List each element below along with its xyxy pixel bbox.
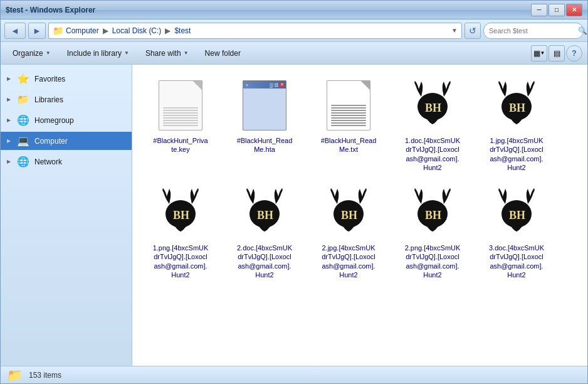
window-title: $test - Windows Explorer [6, 6, 531, 14]
path-stest[interactable]: $test [174, 26, 191, 35]
file-name-3: 1.doc.[4bxcSmUK drTvlJgQ].[Loxocl ash@gm… [405, 136, 460, 172]
refresh-button[interactable]: ↺ [465, 23, 481, 39]
file-icon-2 [320, 77, 377, 134]
details-icon: ▤ [554, 49, 560, 58]
file-icon-3: .bh { fill: #111; } .bh-text { fill: #e8… [404, 77, 461, 134]
search-box[interactable]: 🔍 [483, 23, 584, 39]
close-button[interactable]: ✕ [566, 4, 582, 16]
view-arrow: ▼ [540, 50, 545, 56]
sidebar-section-homegroup: ▶ 🌐 Homegroup [1, 111, 132, 129]
details-view-button[interactable]: ▤ [549, 45, 565, 61]
sidebar-item-favorites[interactable]: ▶ ⭐ Favorites [1, 70, 132, 88]
search-icon: 🔍 [578, 26, 587, 35]
file-icon-8: .bh { fill: #111; } .bh-text { fill: #e8… [404, 184, 461, 241]
status-item-count: 153 items [29, 371, 61, 380]
status-folder-icon: 📁 [7, 368, 23, 383]
sidebar-section-network: ▶ 🌐 Network [1, 152, 132, 171]
maximize-button[interactable]: □ [549, 4, 565, 16]
homegroup-label: Homegroup [34, 116, 74, 125]
view-toggle-button[interactable]: ▦ ▼ [531, 45, 547, 61]
svg-text:BH: BH [509, 102, 525, 114]
file-icon-1: ■ _ □ ✕ [236, 77, 293, 134]
favorites-icon: ⭐ [17, 73, 29, 85]
svg-text:BH: BH [509, 209, 525, 221]
file-icon-0 [152, 77, 209, 134]
share-arrow: ▼ [184, 50, 189, 56]
address-bar: ◄ ► 📁 Computer ▶ Local Disk (C:) ▶ $test… [1, 19, 587, 42]
path-sep-2: ▶ [165, 26, 171, 35]
share-label: Share with [145, 49, 181, 58]
computer-icon: 💻 [17, 135, 29, 147]
file-name-4: 1.jpg.[4bxcSmUK drTvlJgQ].[Loxocl ash@gm… [490, 136, 543, 172]
computer-label: Computer [34, 137, 68, 146]
view-icon: ▦ [533, 49, 540, 58]
organize-label: Organize [13, 49, 43, 58]
favorites-label: Favorites [34, 75, 65, 83]
file-item[interactable]: ■ _ □ ✕ #BlackHunt_Read Me.hta [224, 72, 305, 177]
title-bar: $test - Windows Explorer ─ □ ✕ [1, 1, 587, 19]
file-area[interactable]: #BlackHunt_Priva te.key ■ _ □ ✕ #BlackHu… [132, 65, 587, 366]
file-icon-5: .bh { fill: #111; } .bh-text { fill: #e8… [152, 184, 209, 241]
favorites-arrow: ▶ [7, 76, 11, 82]
file-item[interactable]: .bh { fill: #111; } .bh-text { fill: #e8… [476, 72, 557, 177]
sidebar-item-homegroup[interactable]: ▶ 🌐 Homegroup [1, 111, 132, 129]
file-name-2: #BlackHunt_Read Me.txt [321, 136, 377, 154]
svg-text:BH: BH [425, 209, 441, 221]
search-input[interactable] [489, 27, 575, 35]
path-sep-1: ▶ [103, 26, 108, 35]
sidebar-section-libraries: ▶ 📁 Libraries [1, 90, 132, 109]
file-item[interactable]: .bh { fill: #111; } .bh-text { fill: #e8… [392, 72, 473, 177]
back-button[interactable]: ◄ [4, 23, 26, 39]
svg-text:BH: BH [425, 102, 441, 114]
path-computer[interactable]: Computer [66, 26, 99, 35]
sidebar: ▶ ⭐ Favorites ▶ 📁 Libraries ▶ 🌐 Homegrou… [1, 65, 132, 366]
file-icon-7: .bh { fill: #111; } .bh-text { fill: #e8… [320, 184, 377, 241]
sidebar-item-network[interactable]: ▶ 🌐 Network [1, 152, 132, 171]
file-name-6: 2.doc.[4bxcSmUK drTvlJgQ].[Loxocl ash@gm… [237, 243, 292, 279]
libraries-label: Libraries [34, 95, 63, 104]
network-icon: 🌐 [17, 156, 29, 168]
file-name-9: 3.doc.[4bxcSmUK drTvlJgQ].[Loxocl ash@gm… [489, 243, 544, 279]
svg-text:BH: BH [257, 209, 273, 221]
homegroup-icon: 🌐 [17, 114, 29, 126]
libraries-icon: 📁 [17, 93, 29, 105]
sidebar-item-libraries[interactable]: ▶ 📁 Libraries [1, 90, 132, 109]
path-localdisk[interactable]: Local Disk (C:) [112, 26, 162, 35]
share-with-button[interactable]: Share with ▼ [139, 45, 196, 62]
sidebar-section-computer: ▶ 💻 Computer [1, 132, 132, 150]
include-label: Include in library [67, 49, 122, 58]
file-icon-4: .bh { fill: #111; } .bh-text { fill: #e8… [488, 77, 545, 134]
sidebar-item-computer[interactable]: ▶ 💻 Computer [1, 132, 132, 150]
path-dropdown-arrow[interactable]: ▼ [451, 27, 458, 34]
file-item[interactable]: .bh { fill: #111; } .bh-text { fill: #e8… [308, 179, 389, 284]
file-item[interactable]: #BlackHunt_Read Me.txt [308, 72, 389, 177]
include-arrow: ▼ [124, 50, 129, 56]
file-name-8: 2.png.[4bxcSmUK drTvlJgQ].[Loxocl ash@gm… [405, 243, 461, 279]
forward-button[interactable]: ► [28, 23, 46, 39]
file-item[interactable]: .bh { fill: #111; } .bh-text { fill: #e8… [224, 179, 305, 284]
window-controls: ─ □ ✕ [531, 4, 582, 16]
file-icon-6: .bh { fill: #111; } .bh-text { fill: #e8… [236, 184, 293, 241]
address-path[interactable]: 📁 Computer ▶ Local Disk (C:) ▶ $test ▼ [48, 23, 462, 39]
file-item[interactable]: .bh { fill: #111; } .bh-text { fill: #e8… [392, 179, 473, 284]
file-item[interactable]: .bh { fill: #111; } .bh-text { fill: #e8… [140, 179, 221, 284]
computer-arrow: ▶ [7, 138, 11, 144]
file-item[interactable]: #BlackHunt_Priva te.key [140, 72, 221, 177]
minimize-button[interactable]: ─ [531, 4, 547, 16]
new-folder-label: New folder [205, 49, 241, 58]
organize-button[interactable]: Organize ▼ [6, 45, 58, 62]
svg-text:BH: BH [341, 209, 357, 221]
file-name-7: 2.jpg.[4bxcSmUK drTvlJgQ].[Loxocl ash@gm… [322, 243, 375, 279]
file-name-0: #BlackHunt_Priva te.key [153, 136, 207, 154]
include-in-library-button[interactable]: Include in library ▼ [60, 45, 136, 62]
file-name-5: 1.png.[4bxcSmUK drTvlJgQ].[Loxocl ash@gm… [153, 243, 209, 279]
sidebar-section-favorites: ▶ ⭐ Favorites [1, 70, 132, 88]
help-button[interactable]: ? [566, 45, 582, 61]
homegroup-arrow: ▶ [7, 117, 11, 123]
status-bar: 📁 153 items [1, 366, 587, 383]
file-item[interactable]: .bh { fill: #111; } .bh-text { fill: #e8… [476, 179, 557, 284]
svg-text:BH: BH [173, 209, 189, 221]
file-name-1: #BlackHunt_Read Me.hta [237, 136, 293, 154]
main-content: ▶ ⭐ Favorites ▶ 📁 Libraries ▶ 🌐 Homegrou… [1, 65, 587, 366]
new-folder-button[interactable]: New folder [198, 45, 248, 62]
